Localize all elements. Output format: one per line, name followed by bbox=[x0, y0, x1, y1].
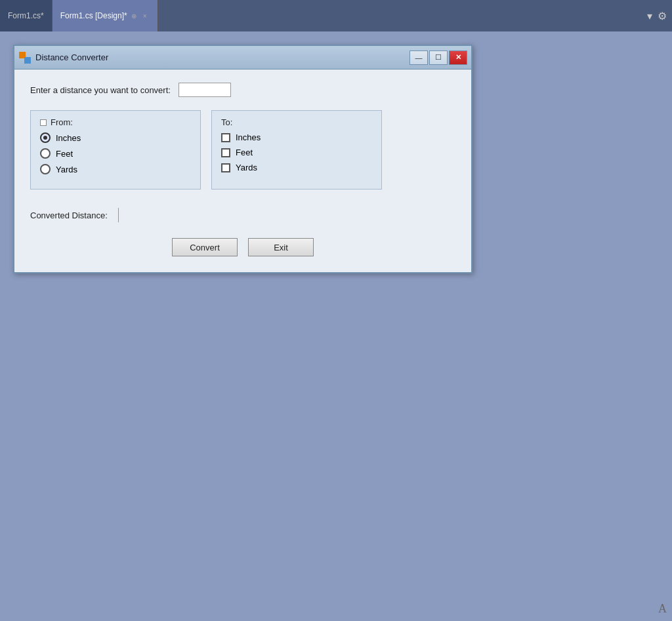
from-yards-radio[interactable] bbox=[40, 164, 51, 174]
to-inches-checkbox[interactable] bbox=[221, 133, 230, 142]
to-feet-checkbox[interactable] bbox=[221, 148, 230, 157]
from-group-label: From: bbox=[40, 117, 191, 127]
exit-button[interactable]: Exit bbox=[248, 238, 314, 256]
tab-close-icon[interactable]: × bbox=[140, 11, 150, 20]
to-feet-label: Feet bbox=[236, 148, 253, 157]
ide-topbar: Form1.cs* Form1.cs [Design]* ⊕ × ▾ ⚙ bbox=[0, 0, 672, 31]
topbar-right: ▾ ⚙ bbox=[647, 0, 672, 31]
ide-workspace: Distance Converter — ☐ ✕ Enter a distanc… bbox=[0, 31, 672, 621]
win-icon-squares bbox=[19, 52, 31, 64]
win-icon bbox=[18, 51, 32, 64]
to-group: To: Inches Feet Yards bbox=[211, 110, 382, 190]
from-inches-label: Inches bbox=[56, 133, 81, 143]
tab-form1cs-design[interactable]: Form1.cs [Design]* ⊕ × bbox=[52, 0, 158, 31]
win-minimize-button[interactable]: — bbox=[410, 50, 428, 65]
corner-letter: A bbox=[658, 602, 667, 616]
win-controls: — ☐ ✕ bbox=[410, 50, 467, 65]
from-label-text: From: bbox=[51, 117, 73, 127]
to-label-text: To: bbox=[221, 117, 232, 127]
win-title: Distance Converter bbox=[35, 52, 406, 62]
dropdown-icon[interactable]: ▾ bbox=[647, 10, 652, 22]
from-yards-label: Yards bbox=[56, 165, 77, 174]
gear-icon[interactable]: ⚙ bbox=[658, 10, 667, 22]
converted-row: Converted Distance: bbox=[30, 208, 455, 222]
form-content: Enter a distance you want to convert: Fr… bbox=[14, 70, 471, 272]
from-inches-option[interactable]: Inches bbox=[40, 132, 191, 143]
tab-form1cs-design-label: Form1.cs [Design]* bbox=[60, 11, 127, 20]
input-row: Enter a distance you want to convert: bbox=[30, 83, 455, 97]
to-yards-option[interactable]: Yards bbox=[221, 163, 372, 172]
from-feet-label: Feet bbox=[56, 149, 73, 159]
from-feet-radio[interactable] bbox=[40, 148, 51, 159]
to-yards-checkbox[interactable] bbox=[221, 163, 230, 172]
tab-form1cs[interactable]: Form1.cs* bbox=[0, 0, 52, 31]
pin-icon: ⊕ bbox=[131, 12, 136, 20]
to-group-label: To: bbox=[221, 117, 372, 127]
to-inches-label: Inches bbox=[236, 132, 261, 142]
win-restore-button[interactable]: ☐ bbox=[429, 50, 448, 65]
tab-form1cs-label: Form1.cs* bbox=[8, 11, 44, 20]
to-inches-option[interactable]: Inches bbox=[221, 132, 372, 142]
win-form: Distance Converter — ☐ ✕ Enter a distanc… bbox=[13, 45, 472, 273]
distance-input-label: Enter a distance you want to convert: bbox=[30, 85, 171, 95]
distance-input[interactable] bbox=[178, 83, 231, 97]
win-titlebar: Distance Converter — ☐ ✕ bbox=[14, 46, 471, 70]
button-row: Convert Exit bbox=[30, 238, 455, 256]
convert-button[interactable]: Convert bbox=[172, 238, 238, 256]
from-inches-radio[interactable] bbox=[40, 132, 51, 143]
from-group-checkbox-icon bbox=[40, 119, 47, 126]
from-yards-option[interactable]: Yards bbox=[40, 164, 191, 174]
win-close-button[interactable]: ✕ bbox=[449, 50, 467, 65]
from-group: From: Inches Feet Yards bbox=[30, 110, 201, 190]
converted-label: Converted Distance: bbox=[30, 210, 108, 220]
groups-row: From: Inches Feet Yards bbox=[30, 110, 455, 190]
to-yards-label: Yards bbox=[236, 163, 257, 172]
to-feet-option[interactable]: Feet bbox=[221, 148, 372, 157]
from-feet-option[interactable]: Feet bbox=[40, 148, 191, 159]
converted-value-display bbox=[118, 208, 197, 222]
